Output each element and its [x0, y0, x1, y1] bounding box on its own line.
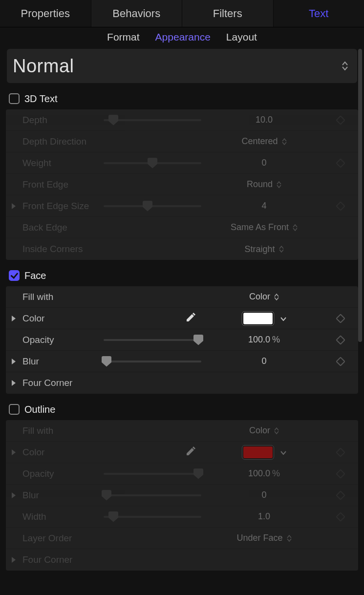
value-face-blur[interactable]: 0 — [201, 356, 327, 366]
label-outline-opacity: Opacity — [21, 468, 104, 479]
subtab-format[interactable]: Format — [107, 31, 140, 43]
keyframe-weight[interactable] — [336, 158, 345, 168]
checkbox-outline[interactable] — [9, 404, 20, 415]
row-outline-four-corner: Four Corner — [6, 549, 358, 571]
keyframe-face-color[interactable] — [336, 314, 345, 323]
section-3d-text: 3D Text Depth 10.0 Depth Direction Cente… — [6, 88, 358, 260]
value-face-opacity[interactable]: 100.0% — [201, 335, 327, 345]
slider-front-edge-size[interactable] — [104, 195, 201, 216]
slider-outline-opacity[interactable] — [104, 463, 201, 484]
keyframe-front-edge-size[interactable] — [336, 201, 345, 211]
row-inside-corners: Inside Corners Straight — [6, 238, 358, 260]
label-depth: Depth — [21, 115, 104, 126]
label-face-blur: Blur — [21, 356, 104, 367]
row-face-color: Color — [6, 308, 358, 329]
subtab-layout[interactable]: Layout — [226, 31, 257, 43]
label-outline-layer-order: Layer Order — [21, 533, 104, 544]
label-face-fill-with: Fill with — [21, 292, 104, 302]
label-face-color: Color — [21, 313, 104, 324]
row-back-edge: Back Edge Same As Front — [6, 217, 358, 238]
keyframe-depth[interactable] — [336, 115, 345, 125]
color-well-face[interactable] — [242, 312, 274, 325]
text-subtabs: Format Appearance Layout — [0, 27, 364, 47]
slider-outline-blur[interactable] — [104, 485, 201, 506]
label-inside-corners: Inside Corners — [21, 244, 104, 255]
slider-outline-width[interactable] — [104, 506, 201, 527]
slider-weight[interactable] — [104, 152, 201, 173]
subtab-appearance[interactable]: Appearance — [155, 31, 211, 43]
keyframe-outline-opacity[interactable] — [336, 469, 345, 479]
slider-face-opacity[interactable] — [104, 329, 201, 350]
eyedropper-icon[interactable] — [185, 446, 196, 459]
label-outline-color: Color — [21, 447, 104, 458]
value-depth[interactable]: 10.0 — [201, 115, 327, 125]
color-well-outline[interactable] — [242, 446, 274, 459]
popup-inside-corners[interactable]: Straight — [201, 244, 327, 255]
row-front-edge-size: Front Edge Size 4 — [6, 195, 358, 217]
disclosure-face-blur[interactable] — [7, 358, 21, 365]
row-depth: Depth 10.0 — [6, 109, 358, 131]
disclosure-placeholder — [7, 117, 21, 124]
label-depth-direction: Depth Direction — [21, 136, 104, 147]
disclosure-face-four-corner[interactable] — [7, 380, 21, 386]
inspector-tabs: Properties Behaviors Filters Text — [0, 0, 364, 27]
row-outline-layer-order: Layer Order Under Face — [6, 528, 358, 549]
label-face-opacity: Opacity — [21, 335, 104, 345]
tab-filters[interactable]: Filters — [182, 0, 274, 27]
popup-depth-direction[interactable]: Centered — [201, 136, 327, 147]
row-outline-opacity: Opacity 100.0% — [6, 463, 358, 485]
popup-outline-layer-order[interactable]: Under Face — [201, 533, 327, 543]
scrollbar-vertical[interactable] — [358, 49, 362, 342]
style-preset-popup[interactable]: Normal — [7, 49, 357, 83]
disclosure-front-edge-size[interactable] — [7, 203, 21, 210]
row-outline-fill-with: Fill with Color — [6, 420, 358, 442]
disclosure-outline-blur[interactable] — [7, 492, 21, 499]
value-outline-blur[interactable]: 0 — [201, 490, 327, 500]
keyframe-outline-blur[interactable] — [336, 490, 345, 500]
keyframe-outline-width[interactable] — [336, 512, 345, 522]
popup-face-fill-with[interactable]: Color — [201, 292, 327, 302]
chevron-down-icon[interactable] — [280, 313, 286, 323]
row-outline-width: Width 1.0 — [6, 506, 358, 528]
label-weight: Weight — [21, 158, 104, 169]
tab-text[interactable]: Text — [274, 0, 364, 27]
row-outline-color: Color — [6, 442, 358, 463]
popup-front-edge[interactable]: Round — [201, 179, 327, 190]
slider-depth[interactable] — [104, 109, 201, 130]
value-weight[interactable]: 0 — [201, 158, 327, 168]
slider-face-blur[interactable] — [104, 351, 201, 372]
label-face-four-corner: Four Corner — [21, 378, 104, 388]
checkbox-3d-text[interactable] — [9, 93, 20, 104]
keyframe-outline-color[interactable] — [336, 447, 345, 457]
label-outline-four-corner: Four Corner — [21, 554, 104, 565]
chevron-down-icon[interactable] — [280, 447, 286, 457]
row-depth-direction: Depth Direction Centered — [6, 131, 358, 152]
disclosure-outline-color[interactable] — [7, 449, 21, 456]
row-outline-blur: Blur 0 — [6, 485, 358, 506]
eyedropper-icon[interactable] — [185, 312, 196, 325]
popup-outline-fill-with[interactable]: Color — [201, 425, 327, 436]
label-front-edge-size: Front Edge Size — [21, 201, 104, 212]
value-front-edge-size[interactable]: 4 — [201, 201, 327, 211]
keyframe-face-blur[interactable] — [336, 357, 345, 366]
stepper-icon — [342, 61, 348, 71]
disclosure-outline-four-corner[interactable] — [7, 556, 21, 563]
tab-behaviors[interactable]: Behaviors — [91, 0, 183, 27]
value-outline-opacity[interactable]: 100.0% — [201, 468, 327, 479]
checkbox-face[interactable] — [9, 270, 20, 281]
row-weight: Weight 0 — [6, 152, 358, 174]
row-face-blur: Blur 0 — [6, 351, 358, 372]
style-preset-label: Normal — [13, 56, 74, 77]
stepper-icon — [282, 138, 287, 145]
popup-back-edge[interactable]: Same As Front — [201, 222, 327, 233]
value-outline-width[interactable]: 1.0 — [201, 511, 327, 522]
row-face-four-corner: Four Corner — [6, 372, 358, 394]
row-face-fill-with: Fill with Color — [6, 286, 358, 308]
tab-properties[interactable]: Properties — [0, 0, 91, 27]
disclosure-face-color[interactable] — [7, 315, 21, 322]
keyframe-face-opacity[interactable] — [336, 335, 345, 345]
section-title-face: Face — [24, 270, 46, 281]
label-front-edge: Front Edge — [21, 179, 104, 190]
label-outline-width: Width — [21, 511, 104, 522]
section-face: Face Fill with Color Color — [6, 265, 358, 394]
